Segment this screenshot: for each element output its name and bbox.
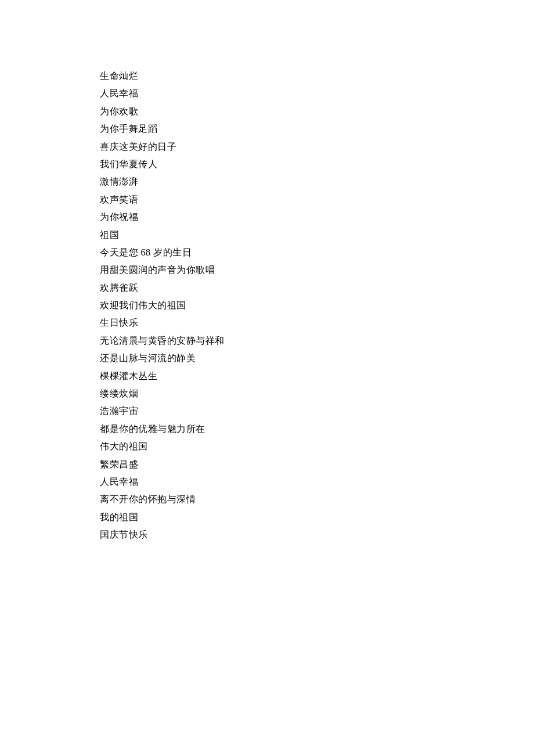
- poem-line: 为你祝福: [100, 208, 534, 226]
- poem-line: 今天是您 68 岁的生日: [100, 244, 534, 261]
- poem-line: 缕缕炊烟: [100, 385, 534, 402]
- poem-line: 我们华夏传人: [100, 156, 534, 173]
- poem-line: 欢迎我们伟大的祖国: [100, 297, 534, 314]
- poem-line: 人民幸福: [100, 473, 534, 491]
- poem-line: 人民幸福: [100, 85, 534, 102]
- poem-container: 生命灿烂 人民幸福 为你欢歌 为你手舞足蹈 喜庆这美好的日子 我们华夏传人 激情…: [100, 67, 534, 544]
- poem-line: 欢腾雀跃: [100, 279, 534, 297]
- poem-line: 我的祖国: [100, 509, 534, 526]
- poem-line: 生命灿烂: [100, 67, 534, 85]
- poem-line: 无论清晨与黄昏的安静与祥和: [100, 332, 534, 350]
- poem-line: 离不开你的怀抱与深情: [100, 491, 534, 508]
- poem-line: 为你手舞足蹈: [100, 120, 534, 138]
- poem-line: 还是山脉与河流的静美: [100, 350, 534, 367]
- poem-line: 生日快乐: [100, 314, 534, 332]
- poem-line: 激情澎湃: [100, 173, 534, 190]
- poem-line: 繁荣昌盛: [100, 456, 534, 473]
- poem-line: 伟大的祖国: [100, 438, 534, 455]
- poem-line: 喜庆这美好的日子: [100, 138, 534, 156]
- poem-line: 用甜美圆润的声音为你歌唱: [100, 261, 534, 279]
- poem-line: 欢声笑语: [100, 191, 534, 208]
- poem-line: 祖国: [100, 226, 534, 244]
- poem-line: 都是你的优雅与魅力所在: [100, 420, 534, 438]
- poem-line: 棵棵灌木丛生: [100, 368, 534, 385]
- poem-line: 浩瀚宇宙: [100, 402, 534, 420]
- poem-line: 为你欢歌: [100, 103, 534, 120]
- poem-line: 国庆节快乐: [100, 526, 534, 543]
